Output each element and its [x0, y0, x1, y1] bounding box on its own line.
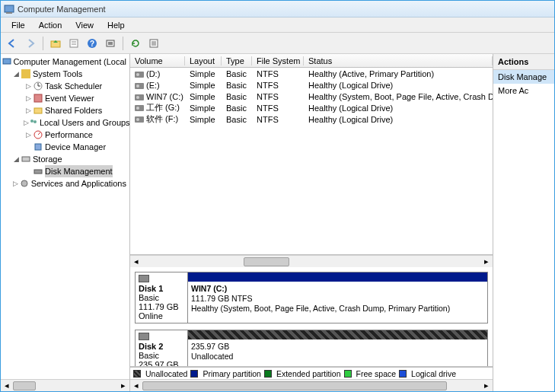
col-volume[interactable]: Volume — [130, 56, 185, 65]
menu-view[interactable]: View — [69, 19, 100, 31]
partition[interactable]: WIN7 (C:) 111.79 GB NTFS Healthy (System… — [188, 272, 487, 323]
volume-list: Volume Layout Type File System Status (D… — [130, 54, 493, 255]
disk-brick-icon — [139, 275, 149, 282]
actions-pane: Actions Disk Manage More Ac — [493, 54, 554, 391]
legend-label: Logical drive — [411, 369, 456, 378]
scroll-right-icon[interactable]: ▸ — [117, 380, 129, 392]
col-filesystem[interactable]: File System — [252, 56, 304, 65]
scroll-left-icon[interactable]: ◂ — [130, 380, 142, 392]
expand-icon[interactable]: ▷ — [24, 104, 33, 116]
container-button[interactable] — [102, 35, 119, 52]
col-status[interactable]: Status — [304, 56, 493, 65]
tree-event-viewer[interactable]: ▷Event Viewer — [1, 92, 129, 104]
partition-stripe-primary — [188, 272, 487, 282]
svg-rect-14 — [3, 59, 11, 64]
actions-selected-node[interactable]: Disk Manage — [493, 70, 554, 84]
refresh-button[interactable] — [127, 35, 144, 52]
scroll-track[interactable] — [13, 380, 117, 392]
expand-icon[interactable]: ▷ — [24, 129, 33, 141]
volume-icon — [135, 116, 144, 123]
svg-rect-0 — [5, 5, 14, 12]
tree-device-manager[interactable]: Device Manager — [1, 141, 129, 153]
col-type[interactable]: Type — [222, 56, 252, 65]
scroll-left-icon[interactable]: ◂ — [130, 256, 142, 268]
volume-hscrollbar[interactable]: ◂ ▸ — [130, 255, 493, 267]
expand-icon[interactable]: ▷ — [11, 177, 20, 190]
tree-shared-folders[interactable]: ▷Shared Folders — [1, 104, 129, 116]
volume-row[interactable]: 工作 (G:)SimpleBasicNTFSHealthy (Logical D… — [130, 102, 493, 113]
expand-icon[interactable]: ▷ — [24, 80, 33, 92]
scroll-track[interactable] — [142, 256, 480, 268]
menu-file[interactable]: File — [5, 19, 31, 31]
graphical-hscrollbar[interactable]: ◂ ▸ — [130, 379, 493, 391]
tree-label: Performance — [45, 129, 93, 141]
partition[interactable]: 235.97 GB Unallocated — [188, 330, 487, 367]
storage-icon — [21, 154, 31, 164]
window-title: Computer Management — [18, 5, 106, 14]
cell-volume: (E:) — [130, 81, 185, 90]
svg-point-21 — [30, 120, 33, 123]
tree-label: Event Viewer — [45, 92, 94, 104]
legend-label: Primary partition — [203, 369, 260, 378]
tree-label: Device Manager — [45, 141, 106, 153]
tree-root[interactable]: Computer Management (Local — [1, 56, 129, 68]
volume-row[interactable]: (E:)SimpleBasicNTFSHealthy (Logical Driv… — [130, 79, 493, 91]
tree-task-scheduler[interactable]: ▷Task Scheduler — [1, 80, 129, 92]
scroll-thumb[interactable] — [13, 381, 36, 390]
volume-body: (D:)SimpleBasicNTFSHealthy (Active, Prim… — [130, 68, 493, 254]
scroll-right-icon[interactable]: ▸ — [480, 256, 493, 268]
disk-row[interactable]: Disk 2 Basic 235.97 GB Online 235.97 GB … — [135, 330, 488, 367]
tree-services-apps[interactable]: ▷Services and Applications — [1, 177, 129, 190]
svg-rect-9 — [108, 42, 113, 45]
disk-row[interactable]: Disk 1 Basic 111.79 GB Online WIN7 (C:) … — [135, 272, 488, 323]
cell-volume: 软件 (F:) — [130, 113, 185, 125]
expand-icon[interactable]: ▷ — [24, 116, 29, 129]
svg-point-28 — [21, 180, 27, 186]
partition-size: 111.79 GB NTFS — [191, 294, 484, 304]
toolbar: ? — [1, 33, 554, 54]
actions-more[interactable]: More Ac — [493, 84, 554, 97]
disk-state: Online — [139, 311, 184, 320]
volume-row[interactable]: 软件 (F:)SimpleBasicNTFSHealthy (Logical D… — [130, 113, 493, 125]
volume-row[interactable]: (D:)SimpleBasicNTFSHealthy (Active, Prim… — [130, 68, 493, 79]
scroll-thumb[interactable] — [142, 381, 447, 390]
volume-row[interactable]: WIN7 (C:)SimpleBasicNTFSHealthy (System,… — [130, 91, 493, 102]
tree-label: Task Scheduler — [45, 80, 102, 92]
properties-button[interactable] — [65, 35, 82, 52]
cell-type: Basic — [222, 92, 252, 101]
tree-storage[interactable]: ◢Storage — [1, 153, 129, 165]
scroll-left-icon[interactable]: ◂ — [1, 380, 13, 392]
tree-disk-management[interactable]: Disk Management — [1, 165, 129, 177]
expand-icon[interactable]: ▷ — [24, 92, 33, 104]
event-icon — [33, 93, 43, 104]
cell-filesystem: NTFS — [252, 92, 304, 101]
help-button[interactable]: ? — [84, 35, 100, 52]
services-icon — [20, 178, 30, 189]
scroll-thumb[interactable] — [244, 257, 289, 266]
tree-local-users[interactable]: ▷Local Users and Groups — [1, 116, 129, 129]
scroll-track[interactable] — [142, 380, 480, 392]
svg-rect-25 — [35, 144, 41, 150]
legend-label: Unallocated — [145, 369, 187, 378]
tree-hscrollbar[interactable]: ◂ ▸ — [1, 379, 129, 391]
tree-performance[interactable]: ▷Performance — [1, 129, 129, 141]
disk-partitions: WIN7 (C:) 111.79 GB NTFS Healthy (System… — [188, 272, 488, 323]
tree-system-tools[interactable]: ◢ System Tools — [1, 68, 129, 80]
legend-label: Extended partition — [276, 369, 341, 378]
toolbar-separator — [43, 37, 43, 50]
collapse-icon[interactable]: ◢ — [11, 68, 21, 80]
cell-layout: Simple — [185, 92, 222, 101]
menu-help[interactable]: Help — [101, 19, 131, 31]
scroll-right-icon[interactable]: ▸ — [480, 380, 493, 392]
list-button[interactable] — [145, 35, 162, 52]
menu-action[interactable]: Action — [33, 19, 69, 31]
back-button[interactable] — [4, 35, 21, 52]
tree-label: Local Users and Groups — [40, 116, 130, 129]
volume-icon — [135, 94, 144, 100]
legend: Unallocated Primary partition Extended p… — [130, 367, 493, 379]
forward-button[interactable] — [22, 35, 39, 52]
partition-status: Unallocated — [191, 352, 484, 362]
col-layout[interactable]: Layout — [185, 56, 222, 65]
folder-up-button[interactable] — [47, 35, 64, 52]
collapse-icon[interactable]: ◢ — [11, 153, 21, 165]
